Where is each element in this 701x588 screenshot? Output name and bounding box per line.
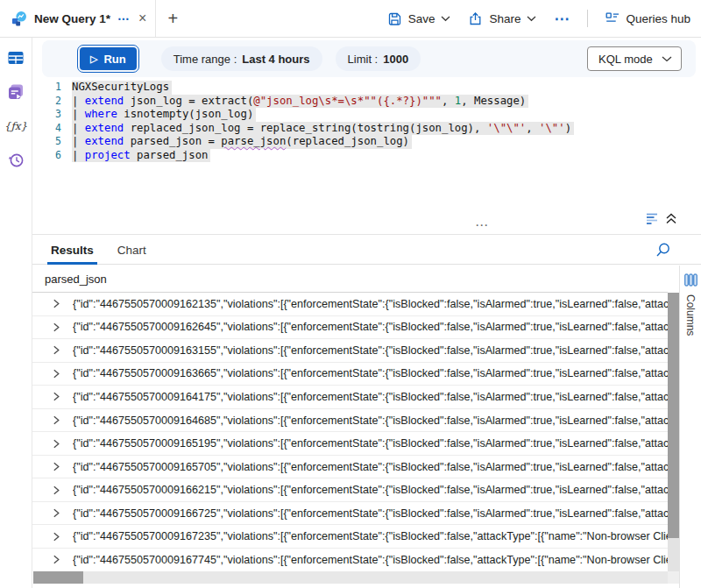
queries-hub-icon: [605, 11, 620, 25]
search-icon[interactable]: [655, 242, 671, 261]
share-icon: [468, 11, 483, 26]
code-line: 1 NGXSecurityLogs: [32, 81, 701, 95]
expand-chevron-icon[interactable]: [52, 392, 60, 401]
query-mode-value: KQL mode: [598, 53, 653, 66]
row-json-text: {"id":"4467550570009162135","violations"…: [73, 298, 668, 310]
expand-chevron-icon[interactable]: [52, 439, 60, 449]
column-header-parsed-json[interactable]: parsed_json: [32, 266, 668, 293]
table-row[interactable]: {"id":"4467550570009164175","violations"…: [32, 386, 668, 409]
functions-icon[interactable]: {ƒx}: [6, 117, 25, 135]
code-text: NGXSecurityLogs: [72, 81, 172, 95]
row-json-text: {"id":"4467550570009163155","violations"…: [73, 344, 668, 357]
expand-chevron-icon[interactable]: [52, 462, 60, 471]
expand-chevron-icon[interactable]: [52, 555, 60, 564]
time-range-label: Time range :: [173, 53, 237, 66]
code-line: 5 | extend parsed_json = parse_json(repl…: [32, 135, 701, 149]
table-row[interactable]: {"id":"4467550570009163155","violations"…: [32, 339, 668, 363]
code-text: | extend replaced_json_log = replace_str…: [72, 122, 574, 136]
editor-collapse-controls: [646, 211, 677, 225]
row-json-text: {"id":"4467550570009164175","violations"…: [73, 391, 668, 403]
left-sidebar: {ƒx}: [0, 38, 32, 588]
panel-splitter-handle[interactable]: ⋯: [475, 218, 489, 231]
queries-hub-label: Queries hub: [626, 12, 690, 25]
new-tab-button[interactable]: +: [167, 10, 178, 27]
code-text: | project parsed_json: [72, 149, 210, 163]
table-row[interactable]: {"id":"4467550570009165705","violations"…: [32, 456, 668, 479]
query-tab-bar: New Query 1* ⋯ × + Save: [0, 0, 701, 38]
vertical-scrollbar[interactable]: [668, 293, 679, 571]
tab-chart[interactable]: Chart: [117, 244, 146, 257]
more-actions-icon[interactable]: ⋯: [554, 11, 570, 26]
results-tab-bar: Results Chart: [32, 235, 701, 265]
expand-chevron-icon[interactable]: [52, 532, 60, 542]
tab-more-icon[interactable]: ⋯: [117, 12, 131, 25]
scrollbar-corner: [668, 571, 679, 584]
row-json-text: {"id":"4467550570009165195","violations"…: [73, 437, 668, 450]
code-line: 6 | project parsed_json: [32, 149, 701, 163]
chevron-down-icon: [527, 16, 536, 22]
line-number: 4: [32, 122, 61, 136]
chevron-down-icon: [441, 16, 450, 22]
limit-value: 1000: [383, 53, 408, 66]
expand-chevron-icon[interactable]: [52, 508, 60, 518]
run-button[interactable]: ▷ Run: [80, 47, 137, 70]
table-row[interactable]: {"id":"4467550570009164685","violations"…: [32, 409, 668, 433]
save-icon: [387, 11, 402, 26]
horizontal-scrollbar[interactable]: [33, 571, 668, 584]
tab-results[interactable]: Results: [51, 244, 94, 257]
time-range-picker[interactable]: Time range : Last 4 hours: [161, 46, 322, 71]
share-button[interactable]: Share: [468, 11, 536, 26]
top-actions: Save Share ⋯: [387, 10, 701, 27]
kusto-web-explorer: New Query 1* ⋯ × + Save: [0, 0, 701, 588]
line-number: 5: [32, 135, 61, 149]
query-toolbar: ▷ Run Time range : Last 4 hours Limit : …: [42, 40, 696, 77]
save-button[interactable]: Save: [387, 11, 451, 26]
code-editor-lines: 1 NGXSecurityLogs 2 | extend json_log = …: [32, 81, 701, 162]
code-line: 4 | extend replaced_json_log = replace_s…: [32, 122, 701, 136]
expand-chevron-icon[interactable]: [52, 299, 60, 308]
history-icon[interactable]: [6, 151, 25, 169]
tables-icon[interactable]: [6, 48, 25, 67]
adx-query-icon: [11, 11, 27, 26]
code-line: 2 | extend json_log = extract(@"json_log…: [32, 95, 701, 109]
code-text: | extend json_log = extract(@"json_log\s…: [72, 95, 528, 109]
results-panel: Results Chart parsed_json {"id":"4467550…: [32, 234, 701, 588]
expand-chevron-icon[interactable]: [52, 369, 60, 379]
table-row[interactable]: {"id":"4467550570009166215","violations"…: [32, 478, 668, 502]
collapse-editor-icon[interactable]: [665, 211, 677, 225]
queries-hub-button[interactable]: Queries hub: [605, 11, 690, 25]
table-row[interactable]: {"id":"4467550570009163665","violations"…: [32, 363, 668, 386]
play-icon: ▷: [90, 54, 97, 64]
horizontal-scrollbar-thumb[interactable]: [33, 571, 83, 584]
query-editor[interactable]: 1 NGXSecurityLogs 2 | extend json_log = …: [32, 81, 701, 210]
expand-chevron-icon[interactable]: [52, 415, 60, 425]
tab-title: New Query 1*: [34, 12, 110, 25]
queries-icon[interactable]: [6, 82, 25, 101]
table-row[interactable]: {"id":"4467550570009162135","violations"…: [32, 293, 668, 316]
query-tab[interactable]: New Query 1* ⋯ ×: [0, 0, 156, 37]
table-row[interactable]: {"id":"4467550570009162645","violations"…: [32, 316, 668, 340]
table-row[interactable]: {"id":"4467550570009167745","violations"…: [32, 549, 668, 571]
table-row[interactable]: {"id":"4467550570009166725","violations"…: [32, 502, 668, 526]
expand-chevron-icon[interactable]: [52, 485, 60, 495]
row-json-text: {"id":"4467550570009165705","violations"…: [73, 461, 668, 473]
row-json-text: {"id":"4467550570009164685","violations"…: [73, 414, 668, 427]
vertical-scrollbar-thumb[interactable]: [668, 293, 679, 538]
line-number: 6: [32, 149, 61, 163]
limit-picker[interactable]: Limit : 1000: [336, 46, 421, 71]
limit-label: Limit :: [348, 53, 379, 66]
save-label: Save: [408, 12, 435, 25]
expand-chevron-icon[interactable]: [52, 322, 60, 332]
row-json-text: {"id":"4467550570009163665","violations"…: [73, 367, 668, 379]
row-json-text: {"id":"4467550570009167235","violations"…: [73, 530, 668, 542]
columns-side-panel[interactable]: Columns: [679, 266, 701, 588]
code-text: | where isnotempty(json_log): [72, 108, 256, 122]
tab-close-icon[interactable]: ×: [138, 11, 146, 25]
results-grid: parsed_json {"id":"4467550570009162135",…: [32, 266, 668, 571]
table-row[interactable]: {"id":"4467550570009167235","violations"…: [32, 525, 668, 549]
query-lines-icon[interactable]: [646, 212, 661, 225]
expand-chevron-icon[interactable]: [52, 345, 60, 355]
chevron-down-icon: [662, 56, 672, 62]
query-mode-dropdown[interactable]: KQL mode: [587, 46, 682, 71]
table-row[interactable]: {"id":"4467550570009165195","violations"…: [32, 432, 668, 456]
